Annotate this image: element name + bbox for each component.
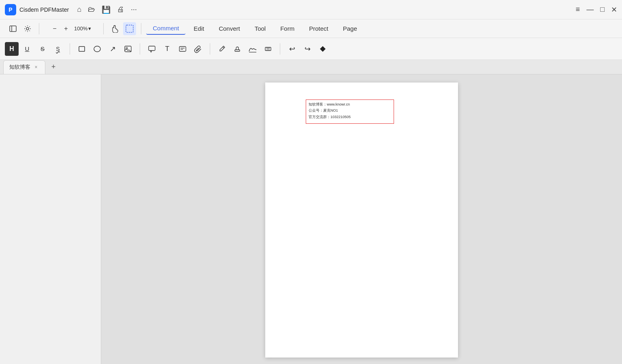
textbox-tool[interactable] [176,42,190,56]
zoom-in-button[interactable]: + [60,23,72,34]
menu-comment[interactable]: Comment [146,22,185,35]
image-tool[interactable] [121,42,135,56]
more-icon[interactable]: ··· [131,5,137,14]
annotation-content: 知软博客：www.knowr.cn 公众号：麦克NO1 官方交流群：103221… [306,100,394,122]
canvas-area: 知软博客：www.knowr.cn 公众号：麦克NO1 官方交流群：103221… [101,74,622,364]
pdf-page: 知软博客：www.knowr.cn 公众号：麦克NO1 官方交流群：103221… [265,83,458,358]
squiggly-tool[interactable]: S [51,42,65,56]
signature-tool[interactable] [246,42,260,56]
print-icon[interactable]: 🖨 [117,5,124,14]
app-logo: P [5,4,16,15]
close-button[interactable]: ✕ [611,5,617,14]
svg-rect-9 [179,47,186,51]
svg-rect-4 [79,47,85,51]
svg-rect-3 [126,25,133,32]
toolbar: H U S S ↗ T [0,38,622,60]
menu-edit[interactable]: Edit [187,23,211,34]
svg-point-7 [126,47,128,49]
minimize-button[interactable]: — [586,5,594,14]
stamp-tool[interactable] [230,42,244,56]
attach-tool[interactable] [191,42,205,56]
sidebar-toggle[interactable] [6,22,19,35]
highlight-tool[interactable]: H [5,42,19,56]
svg-marker-19 [320,46,326,52]
app-title: Cisdem PDFMaster [19,6,69,13]
maximize-button[interactable]: □ [600,5,605,14]
annotation-box[interactable]: 知软博客：www.knowr.cn 公众号：麦克NO1 官方交流群：103221… [306,99,394,124]
home-icon[interactable]: ⌂ [77,5,81,14]
menu-form[interactable]: Form [274,23,301,34]
menu-button[interactable]: ≡ [576,5,580,14]
open-icon[interactable]: 🗁 [88,5,95,14]
svg-rect-8 [149,46,155,51]
side-panel [0,74,101,364]
zoom-controls: − + 100% ▾ [49,23,94,34]
callout-tool[interactable] [145,42,159,56]
add-tab-button[interactable]: + [48,61,59,73]
pencil-tool[interactable] [215,42,229,56]
svg-line-12 [223,47,224,48]
hand-tool-button[interactable] [109,22,121,35]
save-icon[interactable]: 💾 [102,5,111,14]
zoom-out-button[interactable]: − [49,23,60,34]
tab-label: 知软博客 [9,63,30,71]
tabbar: 知软博客 × + [0,60,622,74]
undo-button[interactable]: ↩ [285,42,299,56]
svg-rect-0 [10,26,16,32]
underline-tool[interactable]: U [20,42,34,56]
ellipse-tool[interactable] [90,42,104,56]
menu-convert[interactable]: Convert [212,23,247,34]
svg-rect-13 [235,50,240,51]
menu-page[interactable]: Page [337,23,364,34]
selection-tool-button[interactable] [123,22,136,35]
strikethrough-tool[interactable]: S [36,42,49,56]
rectangle-tool[interactable] [75,42,89,56]
zoom-value[interactable]: 100% ▾ [72,25,94,32]
svg-point-2 [26,28,29,30]
flatten-tool[interactable] [261,42,275,56]
redo-button[interactable]: ↪ [300,42,314,56]
zoom-arrow: ▾ [88,25,91,32]
title-icons: ⌂ 🗁 💾 🖨 ··· [77,5,137,14]
menu-protect[interactable]: Protect [302,23,335,34]
tab-close-button[interactable]: × [33,64,39,70]
window-controls: ≡ — □ ✕ [576,5,617,14]
arrow-tool[interactable]: ↗ [106,42,119,56]
menubar: − + 100% ▾ Comment Edit Convert Tool For… [0,19,622,38]
settings-icon-btn[interactable] [21,22,34,35]
document-tab[interactable]: 知软博客 × [3,60,45,74]
eraser-tool[interactable] [316,42,330,56]
svg-point-5 [94,46,100,52]
main-area: 知软博客：www.knowr.cn 公众号：麦克NO1 官方交流群：103221… [0,74,622,364]
text-tool[interactable]: T [160,42,174,56]
menu-tool[interactable]: Tool [248,23,273,34]
titlebar: P Cisdem PDFMaster ⌂ 🗁 💾 🖨 ··· ≡ — □ ✕ [0,0,622,19]
